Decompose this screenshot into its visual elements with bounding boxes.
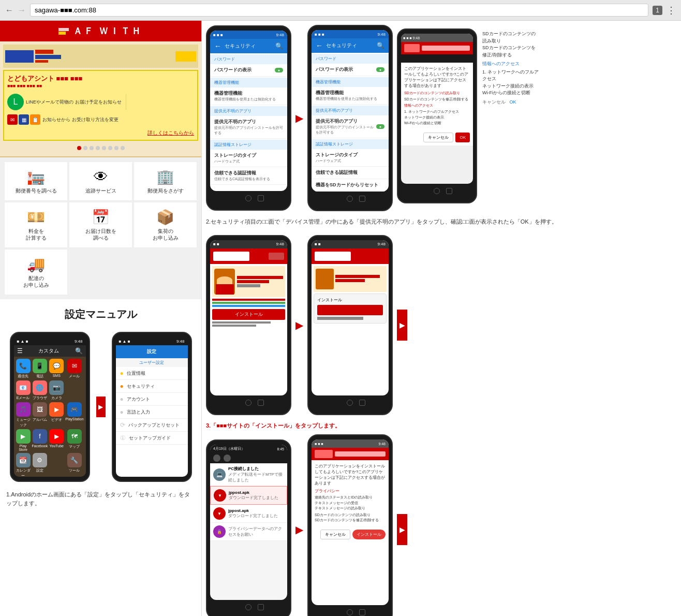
dot-4[interactable] <box>96 146 100 150</box>
account-icon-settings: ● <box>120 395 124 403</box>
sec-item-unknown-app2[interactable]: 提供元不明のアプリ 提供元不明のアプリのインストールを許可する ● <box>312 115 389 138</box>
backup-icon-settings: ⟳ <box>120 421 125 429</box>
home-nav-perm1[interactable] <box>434 188 440 194</box>
notif-apk2-sub: ダウンロード完了しました <box>228 513 278 519</box>
forward-icon[interactable]: → <box>18 6 26 15</box>
app-camera[interactable]: 📷 <box>49 380 64 395</box>
install-button-site[interactable]: インストール <box>212 309 285 320</box>
search-icon-sec1[interactable]: 🔍 <box>275 42 283 50</box>
dot-2[interactable] <box>83 146 87 150</box>
settings-item-account[interactable]: ● アカウント <box>116 393 188 406</box>
grid-item-postal[interactable]: 🏣 郵便番号を調べる <box>4 162 68 201</box>
cancel-btn-1[interactable]: キャンセル <box>423 133 453 142</box>
recent-nav-sec2[interactable] <box>359 196 365 202</box>
sec-item-trusted-cred2[interactable]: 信頼できる認証情報 <box>312 167 389 179</box>
install-btn-1[interactable]: OK <box>455 133 470 142</box>
back-btn-sec2[interactable]: ← <box>316 41 323 50</box>
app-playstation[interactable]: 🎮 <box>67 402 82 417</box>
sec-item-sd-reset[interactable]: 機器をSDカードからリセット <box>312 179 389 192</box>
search-home-icon[interactable]: 🔍 <box>75 347 83 355</box>
dot-6[interactable] <box>108 146 112 150</box>
grid-item-delivery-apply[interactable]: 🚚 配達のお申し込み <box>4 249 68 295</box>
recent-nav-sec1[interactable] <box>258 195 264 201</box>
app-video[interactable]: ▶ <box>49 402 64 417</box>
big-cancel-btn[interactable]: キャンセル <box>320 530 350 539</box>
app-email[interactable]: ✉ <box>67 359 82 373</box>
site-header-2 <box>312 248 389 264</box>
recent-nav-bigperm[interactable] <box>359 609 365 615</box>
grid-item-pickup[interactable]: 📦 集荷のお申し込み <box>134 202 197 248</box>
sec-item-show-pw[interactable]: パスワードの表示 ● <box>210 64 287 77</box>
grid-item-delivery-days[interactable]: 📅 お届け日数を調べる <box>69 202 132 248</box>
recent-nav-web2[interactable] <box>359 400 365 406</box>
app-call[interactable]: 📱 <box>33 359 47 373</box>
url-bar[interactable]: sagawa-■■■.com:88 <box>30 4 648 17</box>
big-perm-read-contacts: 連絡先のステータスとIDの読み取り <box>315 495 386 500</box>
app-facebook[interactable]: f <box>33 429 47 444</box>
home-nav-sec2[interactable] <box>347 196 353 202</box>
app-tools[interactable]: 🔧 <box>67 453 82 467</box>
dot-3[interactable] <box>90 146 94 150</box>
recent-nav-web1[interactable] <box>258 400 264 406</box>
mail-icon: ✉ <box>7 114 18 125</box>
dot-1[interactable] <box>77 146 81 150</box>
app-email2[interactable]: 📧 <box>16 380 31 395</box>
app-email3[interactable]: 🌐 <box>33 380 47 395</box>
delivery-days-label: お届け日数を調べる <box>71 228 130 241</box>
text-area-2 <box>335 275 384 283</box>
hamburger-icon[interactable]: ☰ <box>17 347 23 355</box>
app-playstore[interactable]: ▶ <box>16 429 31 444</box>
home-nav-bigperm[interactable] <box>347 609 353 615</box>
app-music[interactable]: 🎵 <box>16 402 31 417</box>
home-nav-web1[interactable] <box>245 400 251 406</box>
notif-apk2-title: jppost.apk <box>228 508 278 513</box>
app-phone[interactable]: 📞 <box>16 359 31 373</box>
app-youtube[interactable]: ▶ <box>49 429 64 444</box>
security-screen-1: ■ ■ ■ 9:48 ← セキュリティ 🔍 パスワード パスワードの表示 ● <box>210 31 287 191</box>
sec-item-unknown-app[interactable]: 提供元不明のアプリ 提供元不明のアプリのインストールを許可する <box>210 116 287 139</box>
step3-screens: ■ ■ 9:48 <box>206 235 677 415</box>
settings-item-location[interactable]: ● 位置情報 <box>116 367 188 380</box>
settings-item-language[interactable]: ● 言語と入力 <box>116 406 188 419</box>
app-maps[interactable]: 🗺 <box>67 429 82 444</box>
home-nav-sec1[interactable] <box>245 195 251 201</box>
browser-menu-icon[interactable]: ⋮ <box>667 5 676 16</box>
toggle-password[interactable]: ● <box>275 68 283 72</box>
dot-7[interactable] <box>114 146 119 150</box>
grid-item-tracking[interactable]: 👁 追跡サービス <box>69 162 132 201</box>
recent-nav-perm1[interactable] <box>446 188 452 194</box>
settings-item-setup[interactable]: ① セットアップガイド <box>116 432 188 445</box>
sec-item-device-mgmt[interactable]: 機器管理機能 機器管理機能を使用または無効化する <box>210 87 287 105</box>
recent-nav-notif1[interactable] <box>258 604 264 610</box>
grid-item-price[interactable]: 💴 料金を計算する <box>4 202 68 248</box>
sec-item-storage-type2[interactable]: ストレージのタイプ ハードウェア式 <box>312 149 389 167</box>
settings-item-backup[interactable]: ⟳ バックアップとリセット <box>116 419 188 432</box>
sec-item-device-mgmt2[interactable]: 機器管理機能 機器管理機能を使用または無効化する <box>312 87 389 105</box>
sec-item-show-pw2[interactable]: パスワードの表示 ● <box>312 64 389 76</box>
app-sms-label: SMS <box>53 374 61 377</box>
notif-item-apk-highlighted[interactable]: ▼ jppost.apk ダウンロード完了しました <box>210 486 287 505</box>
app-calendar[interactable]: 📆 <box>16 453 31 467</box>
toggle-password2[interactable]: ● <box>376 67 384 72</box>
app-settings-icon[interactable]: ⚙ <box>33 453 47 467</box>
sec-item-trusted-cred[interactable]: 信頼できる認証情報 信頼できるCA認証情報を表示する <box>210 167 287 185</box>
dot-5[interactable] <box>102 146 106 150</box>
tab-count[interactable]: 1 <box>653 6 662 15</box>
phones-row: ■ ▲ ■ 9:48 ☰ カスタム 🔍 📞 <box>4 328 197 486</box>
big-install-btn[interactable]: インストール <box>352 530 386 539</box>
home-nav-notif1[interactable] <box>245 604 251 610</box>
back-btn-sec1[interactable]: ← <box>214 42 221 50</box>
back-icon[interactable]: ← <box>5 6 13 15</box>
app-calendar-label: カレンダー <box>16 468 31 477</box>
dot-8[interactable] <box>121 146 125 150</box>
settings-item-security[interactable]: ● セキュリティ <box>116 380 188 393</box>
detail-link[interactable]: 詳しくはこちらから <box>147 130 194 136</box>
app-sms[interactable]: 💬 <box>49 359 64 373</box>
grid-item-find-office[interactable]: 🏢 郵便局をさがす <box>134 162 197 201</box>
search-icon-sec2[interactable]: 🔍 <box>377 42 384 49</box>
home-nav-web2[interactable] <box>347 400 353 406</box>
website-screen-2: ■ ■ 9:48 <box>312 240 389 395</box>
toggle-unknown[interactable]: ● <box>376 124 384 129</box>
app-album[interactable]: 🖼 <box>33 402 47 417</box>
sec-item-storage-type[interactable]: ストレージのタイプ ハードウェア式 <box>210 150 287 167</box>
